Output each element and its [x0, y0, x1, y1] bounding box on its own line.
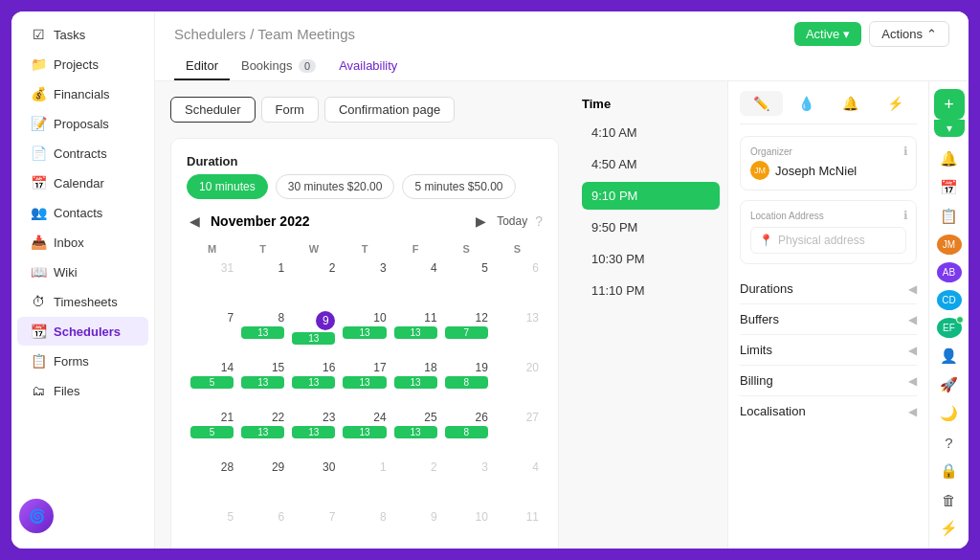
sidebar-item-projects[interactable]: 📁Projects	[17, 50, 148, 78]
breadcrumb-parent[interactable]: Schedulers	[174, 26, 246, 42]
section-buffers[interactable]: Buffers ◀	[740, 304, 917, 335]
cal-cell[interactable]: 127	[441, 308, 492, 358]
notification-icon-btn[interactable]: 🔔	[934, 146, 965, 171]
cal-cell[interactable]: 9	[390, 507, 441, 549]
next-month-button[interactable]: ▶	[473, 211, 489, 232]
cal-cell[interactable]: 1113	[390, 308, 441, 358]
sidebar-item-calendar[interactable]: 📅Calendar	[17, 168, 148, 197]
avatar-4[interactable]: EF	[937, 318, 962, 338]
right-tab-drop[interactable]: 💧	[785, 91, 828, 116]
avatar-1[interactable]: JM	[937, 235, 962, 255]
sidebar-item-tasks[interactable]: ☑Tasks	[17, 20, 148, 49]
cal-cell[interactable]: 11	[492, 507, 543, 549]
clipboard-icon-btn[interactable]: 📋	[934, 204, 965, 229]
sidebar-item-files[interactable]: 🗂Files	[17, 376, 148, 405]
active-button[interactable]: Active ▾	[794, 22, 861, 46]
cal-cell[interactable]: 1013	[339, 308, 390, 358]
sidebar-item-proposals[interactable]: 📝Proposals	[17, 109, 148, 138]
avatar-2[interactable]: AB	[937, 262, 962, 282]
cal-cell[interactable]: 2	[288, 258, 339, 308]
cal-cell[interactable]: 913	[288, 308, 339, 358]
time-slot[interactable]: 9:10 PM	[582, 182, 720, 210]
cal-cell[interactable]: 2213	[237, 408, 288, 458]
sub-tab-form[interactable]: Form	[261, 97, 319, 123]
trash-icon-btn[interactable]: 🗑	[934, 487, 965, 512]
cal-cell[interactable]: 7	[187, 308, 237, 358]
cal-cell[interactable]: 10	[441, 507, 492, 549]
section-durations[interactable]: Durations ◀	[740, 274, 917, 304]
cal-cell[interactable]: 31	[187, 258, 237, 308]
user-avatar[interactable]: 🌀	[19, 499, 54, 533]
cal-cell[interactable]: 28	[187, 458, 237, 507]
cal-cell[interactable]: 1813	[390, 358, 441, 408]
cal-cell[interactable]: 813	[237, 308, 288, 358]
add-button[interactable]: +	[934, 89, 965, 120]
duration-30min[interactable]: 30 minutes $20.00	[276, 174, 395, 199]
right-tab-bell[interactable]: 🔔	[830, 91, 873, 116]
cal-cell[interactable]: 2413	[339, 408, 390, 458]
cal-cell[interactable]: 1	[339, 458, 390, 507]
sidebar-item-contacts[interactable]: 👥Contacts	[17, 198, 148, 227]
time-slot[interactable]: 10:30 PM	[582, 245, 720, 273]
cal-cell[interactable]: 2513	[390, 408, 441, 458]
cal-cell[interactable]: 3	[339, 258, 390, 308]
time-slot[interactable]: 4:50 AM	[582, 150, 720, 178]
cal-cell[interactable]: 20	[492, 358, 543, 408]
sidebar-item-schedulers[interactable]: 📆Schedulers	[17, 317, 148, 346]
cal-cell[interactable]: 2	[390, 458, 441, 507]
actions-button[interactable]: Actions ⌃	[869, 21, 949, 47]
cal-cell[interactable]: 27	[492, 408, 543, 458]
sub-tab-scheduler[interactable]: Scheduler	[170, 97, 256, 123]
cal-cell[interactable]: 29	[237, 458, 288, 507]
cal-cell[interactable]: 1	[237, 258, 288, 308]
time-slot[interactable]: 9:50 PM	[582, 213, 720, 241]
rocket-icon-btn[interactable]: 🚀	[934, 372, 965, 397]
calendar-icon-btn[interactable]: 📅	[934, 175, 965, 200]
cal-cell[interactable]: 30	[288, 458, 339, 507]
cal-cell[interactable]: 145	[187, 358, 237, 408]
cal-cell[interactable]: 1613	[288, 358, 339, 408]
sidebar-item-timesheets[interactable]: ⏱Timesheets	[17, 287, 148, 316]
sidebar-item-contracts[interactable]: 📄Contracts	[17, 139, 148, 168]
user-icon-btn[interactable]: 👤	[934, 344, 965, 369]
add-chevron[interactable]: ▾	[934, 120, 965, 137]
tab-editor[interactable]: Editor	[174, 53, 230, 80]
cal-cell[interactable]: 198	[441, 358, 492, 408]
avatar-3[interactable]: CD	[937, 290, 962, 310]
cal-cell[interactable]: 5	[187, 507, 237, 549]
sidebar-item-financials[interactable]: 💰Financials	[17, 79, 148, 108]
today-button[interactable]: Today	[497, 214, 527, 228]
cal-cell[interactable]: 268	[441, 408, 492, 458]
tab-availability[interactable]: Availability	[327, 53, 409, 80]
cal-cell[interactable]: 6	[492, 258, 543, 308]
section-localisation[interactable]: Localisation ◀	[740, 396, 917, 426]
time-slot[interactable]: 4:10 AM	[582, 119, 720, 146]
section-limits[interactable]: Limits ◀	[740, 335, 917, 366]
cal-cell[interactable]: 5	[441, 258, 492, 308]
organizer-info-icon[interactable]: ℹ	[903, 145, 908, 158]
cal-cell[interactable]: 8	[339, 507, 390, 549]
help-icon-btn[interactable]: ?	[934, 430, 965, 455]
location-info-icon[interactable]: ℹ	[903, 209, 908, 222]
right-tab-edit[interactable]: ✏️	[740, 91, 783, 116]
duration-5min[interactable]: 5 minutes $50.00	[402, 174, 515, 199]
location-input[interactable]: 📍 Physical address	[750, 227, 906, 254]
right-tab-lightning[interactable]: ⚡	[874, 91, 917, 116]
cal-cell[interactable]: 4	[390, 258, 441, 308]
section-billing[interactable]: Billing ◀	[740, 366, 917, 396]
sidebar-item-forms[interactable]: 📋Forms	[17, 347, 148, 375]
duration-10min[interactable]: 10 minutes	[187, 174, 268, 199]
flash-icon-btn[interactable]: ⚡	[934, 516, 965, 541]
cal-cell[interactable]: 3	[441, 458, 492, 507]
cal-cell[interactable]: 1713	[339, 358, 390, 408]
lock-icon-btn[interactable]: 🔒	[934, 459, 965, 483]
cal-cell[interactable]: 215	[187, 408, 237, 458]
time-slot[interactable]: 11:10 PM	[582, 277, 720, 304]
sub-tab-confirmation[interactable]: Confirmation page	[324, 97, 455, 123]
cal-cell[interactable]: 2313	[288, 408, 339, 458]
cal-cell[interactable]: 7	[288, 507, 339, 549]
prev-month-button[interactable]: ◀	[187, 211, 203, 232]
tab-bookings[interactable]: Bookings 0	[230, 53, 327, 80]
moon-icon-btn[interactable]: 🌙	[934, 401, 965, 426]
calendar-info-icon[interactable]: ?	[535, 213, 543, 229]
